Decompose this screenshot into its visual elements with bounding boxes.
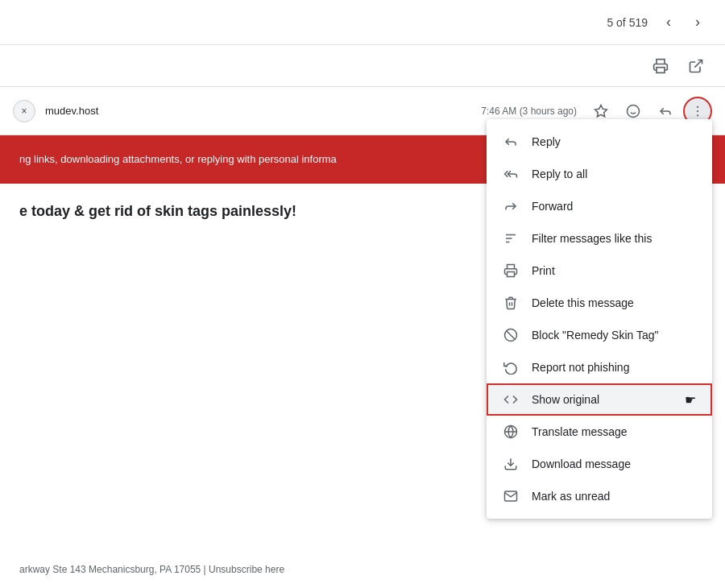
menu-label-mark-unread: Mark as unread xyxy=(532,490,696,503)
menu-item-translate[interactable]: Translate message xyxy=(487,416,712,448)
emoji-icon xyxy=(626,104,640,118)
menu-label-download: Download message xyxy=(532,458,696,470)
close-button[interactable]: × xyxy=(13,100,35,122)
menu-label-forward: Forward xyxy=(532,200,696,213)
menu-item-print[interactable]: Print xyxy=(487,255,712,287)
prev-email-button[interactable]: ‹ xyxy=(654,8,683,37)
menu-item-mark-unread[interactable]: Mark as unread xyxy=(487,480,712,512)
menu-label-reply-all: Reply to all xyxy=(532,168,696,180)
menu-icon-mark-unread xyxy=(503,488,519,504)
menu-icon-filter xyxy=(503,230,519,246)
svg-marker-2 xyxy=(595,105,607,116)
menu-icon-reply-all xyxy=(503,166,519,182)
menu-label-reply: Reply xyxy=(532,135,696,148)
toolbar xyxy=(0,45,725,87)
menu-icon-report xyxy=(503,359,519,375)
menu-icon-download xyxy=(503,456,519,472)
svg-point-8 xyxy=(697,114,698,116)
more-dots-icon xyxy=(690,104,705,118)
svg-point-6 xyxy=(697,106,698,107)
svg-line-14 xyxy=(507,331,516,340)
svg-rect-12 xyxy=(508,272,515,277)
menu-icon-show-original xyxy=(503,391,519,408)
menu-icon-forward xyxy=(503,198,519,214)
menu-label-show-original: Show original xyxy=(532,393,665,406)
open-new-window-icon xyxy=(688,58,704,74)
email-counter: 5 of 519 xyxy=(607,16,648,29)
sender-address: mudev.host xyxy=(45,105,481,117)
svg-line-1 xyxy=(694,60,702,67)
menu-icon-translate xyxy=(503,424,519,440)
svg-point-3 xyxy=(628,105,640,117)
menu-icon-print xyxy=(503,263,519,279)
menu-icon-delete xyxy=(503,295,519,311)
menu-item-show-original[interactable]: Show original☛ xyxy=(487,383,712,416)
svg-rect-0 xyxy=(657,67,665,72)
reply-icon xyxy=(658,104,673,118)
menu-label-block: Block "Remedy Skin Tag" xyxy=(532,329,696,342)
menu-item-block[interactable]: Block "Remedy Skin Tag" xyxy=(487,319,712,351)
next-email-button[interactable]: › xyxy=(683,8,712,37)
context-menu: ReplyReply to allForwardFilter messages … xyxy=(487,119,712,519)
menu-label-print: Print xyxy=(532,264,696,277)
menu-item-delete[interactable]: Delete this message xyxy=(487,287,712,319)
menu-label-filter: Filter messages like this xyxy=(532,232,696,245)
menu-item-filter[interactable]: Filter messages like this xyxy=(487,222,712,255)
star-icon xyxy=(594,104,608,118)
menu-item-forward[interactable]: Forward xyxy=(487,190,712,222)
menu-label-translate: Translate message xyxy=(532,425,696,438)
menu-label-report: Report not phishing xyxy=(532,361,696,374)
menu-item-download[interactable]: Download message xyxy=(487,448,712,480)
menu-icon-reply xyxy=(503,134,519,150)
menu-item-report[interactable]: Report not phishing xyxy=(487,351,712,383)
print-button[interactable] xyxy=(644,50,677,82)
email-footer-text: arkway Ste 143 Mechanicsburg, PA 17055 |… xyxy=(0,551,304,588)
warning-text: ng links, downloading attachments, or re… xyxy=(19,153,337,165)
print-icon xyxy=(652,58,669,74)
close-icon: × xyxy=(21,106,27,117)
open-new-window-button[interactable] xyxy=(680,50,712,82)
menu-item-reply[interactable]: Reply xyxy=(487,126,712,158)
email-time: 7:46 AM (3 hours ago) xyxy=(481,106,577,117)
menu-item-reply-all[interactable]: Reply to all xyxy=(487,158,712,190)
menu-label-delete: Delete this message xyxy=(532,296,696,309)
svg-point-7 xyxy=(697,110,698,111)
cursor-hand-icon: ☛ xyxy=(685,392,696,408)
top-nav: 5 of 519 ‹ › xyxy=(0,0,725,45)
menu-icon-block xyxy=(503,327,519,343)
